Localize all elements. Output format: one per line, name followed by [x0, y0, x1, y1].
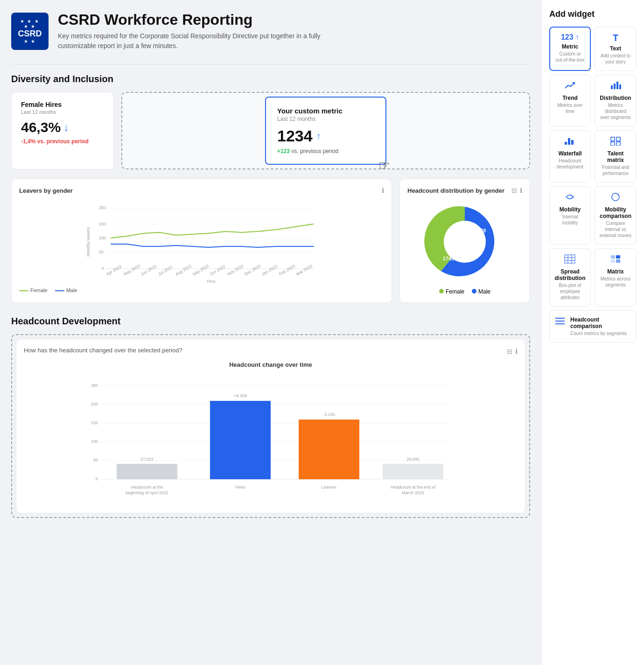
y-label-150: 150: [99, 222, 106, 226]
widget-text[interactable]: T Text Add context to your story: [595, 27, 637, 71]
widget-metric[interactable]: 123 ↑ Metric Custom or out-of-the-box: [549, 27, 591, 71]
logo-text: CSRD: [18, 29, 42, 39]
mobility-icon: [554, 192, 586, 204]
trend-desc: Metrics over time: [554, 102, 586, 114]
widget-mobility[interactable]: Mobility Internal mobility: [549, 186, 591, 245]
info-icon-2[interactable]: ℹ: [520, 187, 522, 194]
waterfall-card: How has the headcount changed over the s…: [16, 339, 525, 513]
x-axis-label: Time: [206, 279, 216, 284]
svg-text:29.095: 29.095: [406, 457, 420, 462]
widget-mobility-comparison[interactable]: Mobility comparison Compare internal vs …: [595, 186, 637, 245]
leavers-legend: Female Male: [19, 287, 384, 293]
svg-rect-41: [614, 84, 616, 89]
y-label-0: 0: [102, 266, 104, 271]
csrd-logo: ★ ★ ★★ ★ CSRD ★ ★: [11, 13, 49, 50]
female-legend: Female: [19, 287, 48, 293]
svg-text:Dec 2022: Dec 2022: [244, 264, 261, 277]
male-donut-legend: Male: [472, 288, 490, 295]
charts-row: Leavers by gender ℹ 250 150 100 50 0: [11, 179, 530, 303]
y-label-250: 250: [99, 205, 106, 210]
cursor-icon: ☞: [378, 158, 390, 173]
export-icon[interactable]: ⊟: [511, 187, 517, 194]
up-arrow-icon: ↑: [316, 131, 321, 141]
text-desc: Add context to your story: [600, 53, 631, 65]
svg-rect-52: [565, 255, 575, 263]
custom-metric-change: +123 vs. previous period: [277, 148, 374, 154]
distribution-name: Distribution: [600, 95, 631, 101]
svg-rect-48: [616, 137, 620, 141]
custom-metric-value: 1234 ↑: [277, 127, 374, 145]
female-hires-title: Female Hires: [21, 101, 104, 108]
svg-text:May 2022: May 2022: [123, 263, 141, 276]
male-line: [111, 244, 314, 247]
svg-text:200: 200: [91, 402, 98, 406]
svg-text:-2.236: -2.236: [323, 412, 335, 417]
svg-text:100: 100: [91, 439, 98, 444]
leavers-chart-header: Leavers by gender ℹ: [19, 187, 384, 194]
mobility-name: Mobility: [554, 206, 586, 213]
text-name: Text: [600, 45, 631, 52]
info-icon-3[interactable]: ℹ: [515, 348, 518, 355]
svg-rect-60: [616, 259, 620, 263]
svg-text:Sep 2022: Sep 2022: [192, 264, 210, 277]
page-header: ★ ★ ★★ ★ CSRD ★ ★ CSRD Workforce Reporti…: [11, 11, 530, 51]
svg-text:Aug 2022: Aug 2022: [175, 264, 192, 277]
widget-headcount-comparison[interactable]: Headcount comparison Count metrics by se…: [549, 310, 637, 343]
leavers-line-chart-svg: 250 150 100 50 0 Apr 2022: [19, 200, 384, 284]
text-icon: T: [600, 33, 631, 43]
y-label-100: 100: [99, 236, 106, 240]
waterfall-desc: Headcount development: [554, 158, 586, 170]
svg-text:0: 0: [96, 476, 98, 481]
widget-waterfall[interactable]: Waterfall Headcount development: [549, 130, 591, 182]
headcount-comparison-name: Headcount comparison: [570, 316, 631, 329]
svg-text:250: 250: [91, 383, 98, 388]
page-title: CSRD Workforce Reporting: [58, 11, 338, 28]
info-icon[interactable]: ℹ: [382, 187, 384, 194]
waterfall-actions[interactable]: ⊟ ℹ: [507, 348, 518, 355]
headcount-comparison-desc: Count metrics by segments: [570, 330, 631, 336]
svg-text:Apr 2022: Apr 2022: [105, 264, 123, 277]
leavers-chart-actions[interactable]: ℹ: [382, 187, 384, 194]
svg-text:Jul 2022: Jul 2022: [157, 265, 173, 277]
female-hires-card: Female Hires Last 12 months 46,3% ↓ -1,4…: [11, 92, 114, 169]
svg-text:Oct 2022: Oct 2022: [209, 264, 226, 277]
female-hires-period: Last 12 months: [21, 109, 104, 115]
svg-rect-47: [611, 137, 615, 141]
widget-spread-distribution[interactable]: Spread distribution Box-plot of employee…: [549, 248, 591, 307]
headcount-dist-header: Headcount distribution by gender ⊟ ℹ: [407, 187, 522, 194]
mobility-comparison-name: Mobility comparison: [600, 206, 631, 219]
svg-rect-50: [616, 142, 620, 146]
metric-desc: Custom or out-of-the-box: [555, 51, 585, 63]
matrix-icon: [600, 254, 631, 266]
trend-name: Trend: [554, 95, 586, 101]
headcount-dist-title: Headcount distribution by gender: [407, 187, 504, 194]
mobility-comparison-icon: [600, 192, 631, 204]
widget-trend[interactable]: Trend Metrics over time: [549, 75, 591, 126]
headcount-dashed-wrapper: How has the headcount changed over the s…: [11, 334, 530, 518]
svg-text:Feb 2023: Feb 2023: [278, 264, 296, 277]
svg-text:Leavers: Leavers: [322, 485, 337, 490]
widget-matrix[interactable]: Matrix Metrics across segments: [595, 248, 637, 307]
leavers-chart-card: Leavers by gender ℹ 250 150 100 50 0: [11, 179, 392, 303]
female-hires-value: 46,3% ↓: [21, 119, 104, 135]
waterfall-icon: [554, 136, 586, 148]
svg-text:Jan 2023: Jan 2023: [261, 264, 278, 277]
male-legend: Male: [55, 287, 77, 293]
metric-name: Metric: [555, 43, 585, 50]
add-widget-title: Add widget: [549, 9, 637, 19]
svg-text:50: 50: [93, 458, 98, 462]
svg-text:Jun 2022: Jun 2022: [140, 264, 157, 277]
logo-stars-bottom: ★ ★: [18, 39, 42, 44]
female-value-label: 17457: [443, 256, 457, 261]
distribution-icon: [600, 81, 631, 93]
svg-text:Headcount at the end of: Headcount at the end of: [391, 485, 436, 490]
male-value-label: 11638: [472, 228, 486, 233]
widget-talent-matrix[interactable]: Talent matrix Potential and performance: [595, 130, 637, 182]
donut-legend: Female Male: [407, 288, 522, 295]
custom-metric-area: Your custom metric Last 12 months 1234 ↑…: [121, 92, 530, 169]
donut-container: 11638 17457: [407, 200, 522, 284]
waterfall-svg: 250 200 150 100 50 0: [24, 373, 518, 504]
widget-distribution[interactable]: Distribution Metrics distributed over se…: [595, 75, 637, 126]
export-icon-2[interactable]: ⊟: [507, 348, 512, 355]
headcount-dist-actions[interactable]: ⊟ ℹ: [511, 187, 522, 194]
